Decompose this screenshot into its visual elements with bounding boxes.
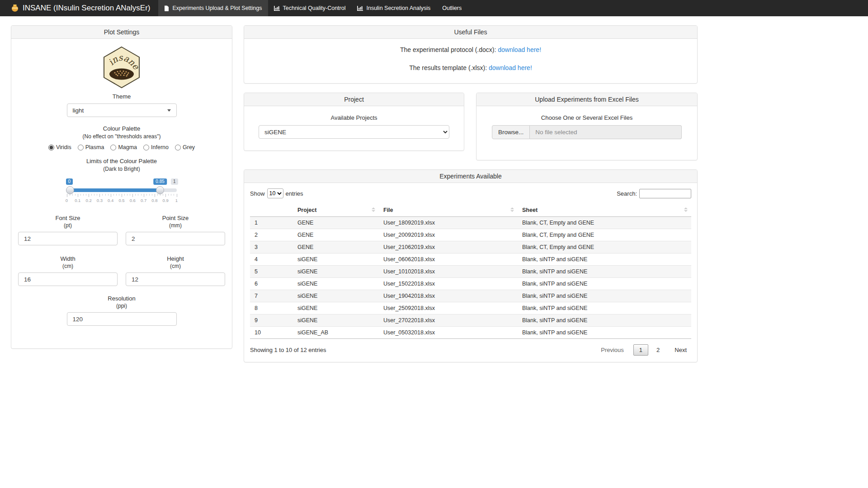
theme-select[interactable]: light [67, 103, 177, 117]
slider-tick [80, 194, 81, 196]
cell-index: 2 [250, 229, 293, 241]
cell-project: siGENE [293, 253, 379, 266]
col-index[interactable] [250, 204, 293, 217]
slider-tick-label: 0.9 [163, 198, 169, 203]
width-unit: (cm) [18, 263, 118, 269]
palette-label: Colour Palette [18, 125, 225, 132]
radio-label: Grey [183, 144, 195, 150]
palette-note: (No effect on "thresholds areas") [18, 133, 225, 140]
radio-label: Magma [118, 144, 137, 150]
template-download-link[interactable]: download here! [489, 64, 532, 71]
sort-icons [684, 207, 688, 212]
tab-label: Technical Quality-Control [283, 5, 346, 11]
slider-max-label: 1 [171, 178, 178, 185]
radio-input-grey[interactable] [175, 145, 181, 150]
col-file[interactable]: File [379, 204, 518, 217]
table-row[interactable]: 7siGENEUser_19042018.xlsxBlank, siNTP an… [250, 290, 691, 302]
radio-viridis[interactable]: Viridis [48, 144, 71, 150]
useful-files-title: Useful Files [244, 26, 697, 39]
table-row[interactable]: 3GENEUser_21062019.xlsxBlank, CT, Empty … [250, 241, 691, 253]
col-sheet[interactable]: Sheet [518, 204, 691, 217]
table-row[interactable]: 9siGENEUser_27022018.xlsxBlank, siNTP an… [250, 314, 691, 327]
radio-input-magma[interactable] [110, 145, 116, 150]
table-row[interactable]: 4siGENEUser_06062018.xlsxBlank, siNTP an… [250, 253, 691, 266]
slider-tick-label: 0.5 [118, 198, 124, 203]
page-1-button[interactable]: 1 [633, 344, 648, 356]
slider-handle-from[interactable] [66, 186, 74, 194]
protocol-line: The experimental protocol (.docx): downl… [251, 46, 690, 53]
slider-from-value: 0 [66, 178, 73, 185]
resolution-input[interactable] [67, 312, 177, 326]
slider-tick [105, 194, 106, 196]
search-control: Search: [617, 189, 691, 198]
limits-label: Limits of the Colour Palette [18, 158, 225, 164]
protocol-download-link[interactable]: download here! [498, 46, 541, 53]
slider-tick [86, 194, 86, 196]
cell-index: 1 [250, 217, 293, 229]
page-2-button[interactable]: 2 [651, 345, 665, 355]
choose-files-label: Choose One or Several Excel Files [483, 114, 690, 121]
show-label: Show [250, 190, 265, 197]
point-size-unit: (mm) [126, 222, 225, 229]
tab-label: Insulin Secretion Analysis [366, 5, 430, 11]
radio-input-plasma[interactable] [78, 145, 84, 150]
col-project[interactable]: Project [293, 204, 379, 217]
plot-settings-panel: Plot Settings insane [11, 25, 232, 349]
tab-technical-qc[interactable]: Technical Quality-Control [268, 0, 352, 16]
radio-plasma[interactable]: Plasma [78, 144, 104, 150]
cell-index: 5 [250, 266, 293, 278]
sort-icons [372, 207, 375, 212]
slider-tick-label: 0.3 [97, 198, 103, 203]
app-brand[interactable]: INSANE (INsulin Secretion ANalysEr) [0, 0, 158, 16]
insane-logo: insane [101, 45, 142, 90]
table-row[interactable]: 6siGENEUser_15022018.xlsxBlank, siNTP an… [250, 278, 691, 290]
slider-tick [116, 194, 117, 196]
slider-tick [157, 194, 158, 196]
table-row[interactable]: 10siGENE_ABUser_05032018.xlsxBlank, siNT… [250, 327, 691, 339]
radio-grey[interactable]: Grey [175, 144, 195, 150]
slider-tick [155, 194, 155, 197]
slider-handle-to[interactable] [156, 186, 164, 194]
radio-input-inferno[interactable] [143, 145, 149, 150]
slider-tick [122, 194, 122, 197]
tab-label: Experiments Upload & Plot Settings [172, 5, 262, 11]
cell-sheet: Blank, CT, Empty and GENE [518, 217, 691, 229]
point-size-input[interactable] [126, 232, 225, 245]
plot-settings-title: Plot Settings [11, 26, 232, 39]
table-row[interactable]: 8siGENEUser_25092018.xlsxBlank, siNTP an… [250, 302, 691, 314]
radio-inferno[interactable]: Inferno [143, 144, 169, 150]
tab-insulin-analysis[interactable]: Insulin Secretion Analysis [351, 0, 436, 16]
height-label: Height [126, 255, 225, 262]
table-row[interactable]: 2GENEUser_20092019.xlsxBlank, CT, Empty … [250, 229, 691, 241]
slider-tick [72, 194, 73, 196]
upload-title: Upload Experiments from Excel Files [476, 93, 697, 106]
search-input[interactable] [639, 189, 691, 198]
project-select[interactable]: siGENE [259, 125, 449, 139]
browse-button[interactable]: Browse... [492, 125, 530, 139]
radio-magma[interactable]: Magma [110, 144, 137, 150]
experiments-panel: Experiments Available Show 10 entries Se… [244, 169, 698, 362]
tab-outliers[interactable]: Outliers [436, 0, 467, 16]
template-line: The results template (.xlsx): download h… [251, 64, 690, 71]
tab-experiments-upload[interactable]: Experiments Upload & Plot Settings [158, 0, 268, 16]
slider-grid: 00.10.20.30.40.50.60.70.80.91 [67, 194, 177, 204]
next-page-button[interactable]: Next [670, 345, 691, 355]
width-input[interactable] [18, 272, 118, 286]
radio-input-viridis[interactable] [48, 145, 54, 150]
search-label: Search: [617, 190, 637, 197]
sort-icons [510, 207, 514, 212]
point-size-label: Point Size [126, 215, 225, 221]
theme-label: Theme [18, 93, 225, 100]
table-row[interactable]: 1GENEUser_18092019.xlsxBlank, CT, Empty … [250, 217, 691, 229]
height-input[interactable] [126, 272, 225, 286]
font-size-input[interactable] [18, 232, 118, 245]
slider-tick [111, 194, 111, 197]
navbar: INSANE (INsulin Secretion ANalysEr) Expe… [0, 0, 868, 16]
page-length-select[interactable]: 10 [267, 188, 283, 198]
previous-page-button[interactable]: Previous [596, 345, 628, 355]
table-row[interactable]: 5siGENEUser_10102018.xlsxBlank, siNTP an… [250, 266, 691, 278]
cell-project: GENE [293, 241, 379, 253]
available-projects-label: Available Projects [251, 114, 457, 121]
template-text: The results template (.xlsx): [409, 64, 487, 71]
slider-tick-label: 1 [175, 198, 178, 203]
